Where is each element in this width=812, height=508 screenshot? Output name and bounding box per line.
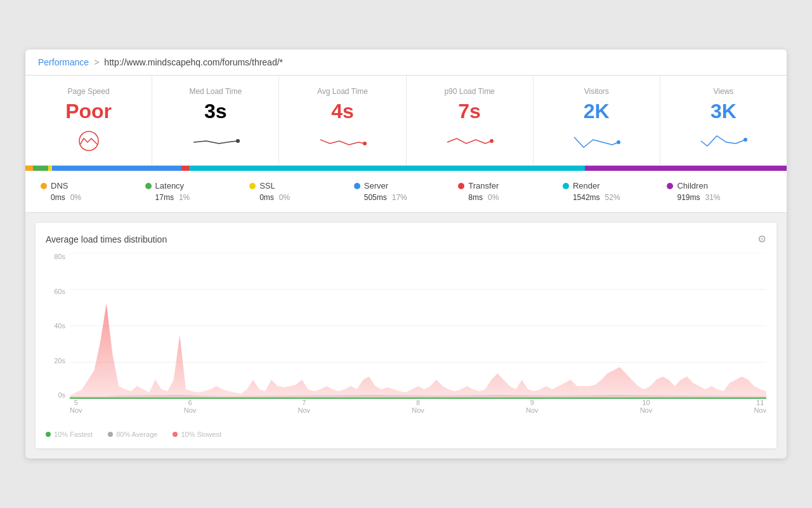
- gear-icon[interactable]: ⚙: [757, 233, 766, 245]
- metric-val-dns: 0ms: [51, 193, 65, 202]
- pb-render: [189, 166, 585, 171]
- metric-pct-transfer: 0%: [488, 193, 499, 202]
- pb-children: [585, 166, 787, 171]
- metric-dns: DNS 0ms 0%: [41, 181, 145, 202]
- metric-ssl: SSL 0ms 0%: [249, 181, 354, 202]
- metric-dot-server: [354, 183, 360, 189]
- metric-values-dns: 0ms 0%: [41, 193, 145, 202]
- metric-val-children: 919ms: [677, 193, 700, 202]
- stat-p90-load: p90 Load Time 7s: [407, 76, 534, 165]
- main-container: Performance > http://www.mindscapehq.com…: [25, 50, 787, 458]
- stat-views: Views 3K: [660, 76, 787, 165]
- metric-header-children: Children: [667, 181, 771, 190]
- y-label-80: 80s: [46, 253, 65, 260]
- metric-values-transfer: 8ms 0%: [458, 193, 563, 202]
- metric-pct-render: 52%: [605, 193, 620, 202]
- stat-label-avg-load: Avg Load Time: [317, 87, 368, 96]
- progress-bar: [25, 166, 787, 171]
- pb-transfer: [181, 166, 189, 171]
- sparkline-avg-load: [317, 130, 368, 152]
- legend-label-slowest: 10% Slowest: [181, 431, 221, 438]
- chart-svg: [70, 253, 766, 399]
- legend-label-average: 80% Average: [116, 431, 157, 438]
- metric-val-ssl: 0ms: [259, 193, 274, 202]
- metric-val-latency: 17ms: [155, 193, 174, 202]
- chart-wrapper: 80s 60s 40s 20s 0s: [46, 253, 766, 418]
- metric-dot-latency: [145, 183, 152, 189]
- stat-value-med-load: 3s: [204, 100, 227, 123]
- chart-area-slowest: [70, 304, 766, 399]
- chart-title: Average load times distribution: [46, 234, 167, 244]
- metric-val-transfer: 8ms: [468, 193, 483, 202]
- y-axis: 80s 60s 40s 20s 0s: [46, 253, 68, 399]
- breadcrumb: Performance > http://www.mindscapehq.com…: [25, 50, 787, 76]
- metric-values-ssl: 0ms 0%: [249, 193, 354, 202]
- y-label-0: 0s: [46, 391, 65, 399]
- metric-latency: Latency 17ms 1%: [145, 181, 250, 202]
- metric-header-latency: Latency: [145, 181, 250, 190]
- x-label-nov10: 10 Nov: [640, 399, 653, 418]
- metric-dot-children: [667, 183, 673, 189]
- sparkline-p90-load: [444, 130, 495, 152]
- stats-row: Page Speed Poor Med Load Time 3s Avg Loa…: [25, 76, 787, 166]
- stat-value-views: 3K: [710, 100, 737, 123]
- stat-value-page-speed: Poor: [65, 100, 112, 123]
- stat-label-views: Views: [714, 87, 734, 96]
- metric-transfer: Transfer 8ms 0%: [458, 181, 563, 202]
- legend-dot-fastest: [46, 432, 51, 437]
- svg-point-4: [617, 140, 620, 144]
- pb-latency: [33, 166, 48, 171]
- y-label-60: 60s: [46, 288, 65, 295]
- metric-label-latency: Latency: [155, 181, 185, 190]
- y-label-20: 20s: [46, 357, 65, 364]
- stat-value-p90-load: 7s: [458, 100, 481, 123]
- metric-values-latency: 17ms 1%: [145, 193, 250, 202]
- metric-pct-children: 31%: [705, 193, 721, 202]
- metric-render: Render 1542ms 52%: [563, 181, 667, 202]
- stat-label-page-speed: Page Speed: [68, 87, 110, 96]
- breadcrumb-url: http://www.mindscapehq.com/forums/thread…: [104, 57, 283, 67]
- legend-slowest: 10% Slowest: [173, 431, 221, 438]
- metric-server: Server 505ms 17%: [354, 181, 459, 202]
- metric-val-server: 505ms: [364, 193, 387, 202]
- chart-legend: 10% Fastest 80% Average 10% Slowest: [46, 425, 766, 438]
- breadcrumb-performance[interactable]: Performance: [38, 57, 89, 67]
- stat-visitors: Visitors 2K: [534, 76, 660, 165]
- chart-section: Average load times distribution ⚙ 80s 60…: [36, 223, 776, 448]
- x-label-nov5: 5 Nov: [70, 399, 82, 418]
- stat-label-visitors: Visitors: [584, 87, 609, 96]
- pb-server: [52, 166, 181, 171]
- metric-header-ssl: SSL: [249, 181, 354, 190]
- svg-point-1: [236, 139, 240, 143]
- stat-page-speed: Page Speed Poor: [25, 76, 152, 165]
- chart-header: Average load times distribution ⚙: [46, 233, 766, 245]
- stat-avg-load: Avg Load Time 4s: [279, 76, 406, 165]
- metric-pct-server: 17%: [392, 193, 407, 202]
- metric-header-transfer: Transfer: [458, 181, 563, 190]
- x-label-nov6: 6 Nov: [184, 399, 197, 418]
- breadcrumb-separator: >: [94, 57, 99, 67]
- sparkline-med-load: [190, 130, 241, 152]
- stat-med-load: Med Load Time 3s: [152, 76, 279, 165]
- metric-values-children: 919ms 31%: [667, 193, 771, 202]
- pb-dns: [25, 166, 33, 171]
- metric-header-dns: DNS: [41, 181, 145, 190]
- x-label-nov11: 11 Nov: [754, 399, 766, 418]
- stat-value-visitors: 2K: [584, 100, 610, 123]
- metric-header-render: Render: [563, 181, 667, 190]
- x-label-nov9: 9 Nov: [526, 399, 539, 418]
- legend-dot-slowest: [173, 432, 178, 437]
- metric-dot-render: [563, 183, 569, 189]
- legend-label-fastest: 10% Fastest: [54, 431, 93, 438]
- sparkline-views: [698, 130, 749, 152]
- sparkline-page-speed: [63, 130, 114, 152]
- svg-point-3: [490, 139, 494, 143]
- metrics-legend: DNS 0ms 0% Latency 17ms 1% SSL 0ms: [25, 171, 787, 213]
- svg-point-5: [743, 138, 747, 142]
- metric-values-render: 1542ms 52%: [563, 193, 667, 202]
- metric-label-server: Server: [364, 181, 388, 190]
- stat-label-med-load: Med Load Time: [189, 87, 242, 96]
- sparkline-visitors: [571, 130, 622, 152]
- metric-dot-transfer: [458, 183, 464, 189]
- metric-header-server: Server: [354, 181, 459, 190]
